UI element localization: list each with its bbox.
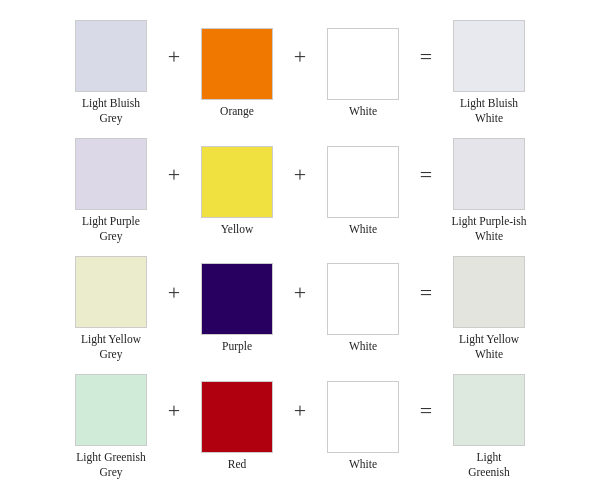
row3-color1-label: Light Greenish Grey — [76, 450, 145, 480]
row3-color1-swatch — [75, 374, 147, 446]
row1-color1-cell: Light Purple Grey — [66, 138, 156, 244]
row0-equals: = — [412, 20, 440, 70]
row3-color2-cell: Red — [192, 381, 282, 472]
row3-result-label: Light Greenish — [468, 450, 510, 480]
row3-color3-cell: White — [318, 381, 408, 472]
row1-equals: = — [412, 138, 440, 188]
row2-result-cell: Light Yellow White — [444, 256, 534, 362]
row2-equals: = — [412, 256, 440, 306]
row2-result-label: Light Yellow White — [459, 332, 519, 362]
row0-color2-swatch — [201, 28, 273, 100]
row0-color3-label: White — [349, 104, 377, 119]
row2-color2-label: Purple — [222, 339, 252, 354]
row1-color3-cell: White — [318, 146, 408, 237]
row-3: Light Greenish Grey+Red+White=Light Gree… — [10, 368, 590, 486]
row2-result-swatch — [453, 256, 525, 328]
row1-color3-swatch — [327, 146, 399, 218]
row0-color3-swatch — [327, 28, 399, 100]
row0-color1-cell: Light Bluish Grey — [66, 20, 156, 126]
row1-color1-label: Light Purple Grey — [82, 214, 140, 244]
row3-result-swatch — [453, 374, 525, 446]
row2-plus1: + — [160, 256, 188, 306]
row1-result-label: Light Purple-ish White — [451, 214, 526, 244]
row2-color1-cell: Light Yellow Grey — [66, 256, 156, 362]
row2-plus2: + — [286, 256, 314, 306]
row3-plus1: + — [160, 374, 188, 424]
row2-color3-cell: White — [318, 263, 408, 354]
row1-result-swatch — [453, 138, 525, 210]
row1-color2-swatch — [201, 146, 273, 218]
row1-result-cell: Light Purple-ish White — [444, 138, 534, 244]
row1-color2-label: Yellow — [221, 222, 254, 237]
row0-color2-cell: Orange — [192, 28, 282, 119]
row0-result-swatch — [453, 20, 525, 92]
row0-result-label: Light Bluish White — [460, 96, 518, 126]
row0-color1-label: Light Bluish Grey — [82, 96, 140, 126]
row3-equals: = — [412, 374, 440, 424]
row1-color3-label: White — [349, 222, 377, 237]
row1-plus1: + — [160, 138, 188, 188]
row3-color1-cell: Light Greenish Grey — [66, 374, 156, 480]
row3-color2-label: Red — [228, 457, 247, 472]
row-0: Light Bluish Grey+Orange+White=Light Blu… — [10, 14, 590, 132]
color-mixing-grid: Light Bluish Grey+Orange+White=Light Blu… — [10, 14, 590, 486]
row2-color3-swatch — [327, 263, 399, 335]
row0-plus1: + — [160, 20, 188, 70]
row0-color2-label: Orange — [220, 104, 254, 119]
row2-color3-label: White — [349, 339, 377, 354]
row0-color1-swatch — [75, 20, 147, 92]
row-1: Light Purple Grey+Yellow+White=Light Pur… — [10, 132, 590, 250]
row2-color2-cell: Purple — [192, 263, 282, 354]
row0-result-cell: Light Bluish White — [444, 20, 534, 126]
row0-plus2: + — [286, 20, 314, 70]
row1-plus2: + — [286, 138, 314, 188]
row3-color2-swatch — [201, 381, 273, 453]
row1-color2-cell: Yellow — [192, 146, 282, 237]
row2-color1-swatch — [75, 256, 147, 328]
row3-result-cell: Light Greenish — [444, 374, 534, 480]
row0-color3-cell: White — [318, 28, 408, 119]
row2-color2-swatch — [201, 263, 273, 335]
row-2: Light Yellow Grey+Purple+White=Light Yel… — [10, 250, 590, 368]
row3-plus2: + — [286, 374, 314, 424]
row1-color1-swatch — [75, 138, 147, 210]
row3-color3-label: White — [349, 457, 377, 472]
row3-color3-swatch — [327, 381, 399, 453]
row2-color1-label: Light Yellow Grey — [81, 332, 141, 362]
